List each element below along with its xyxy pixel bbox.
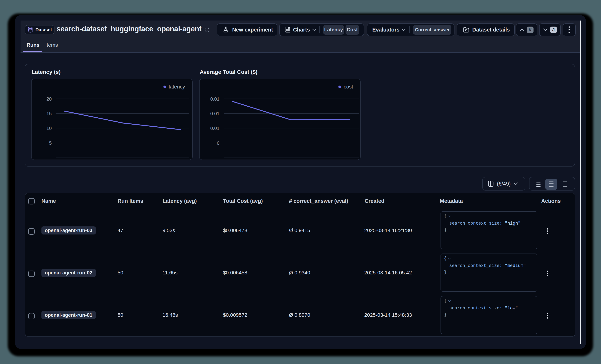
svg-text:5: 5 bbox=[49, 140, 52, 146]
svg-text:0.01: 0.01 bbox=[210, 125, 220, 131]
svg-text:0.01: 0.01 bbox=[210, 96, 220, 102]
svg-text:0: 0 bbox=[217, 140, 220, 146]
svg-text:0.01: 0.01 bbox=[210, 111, 220, 116]
svg-text:15: 15 bbox=[46, 111, 52, 116]
svg-text:10: 10 bbox=[46, 125, 52, 131]
svg-text:20: 20 bbox=[46, 96, 52, 102]
